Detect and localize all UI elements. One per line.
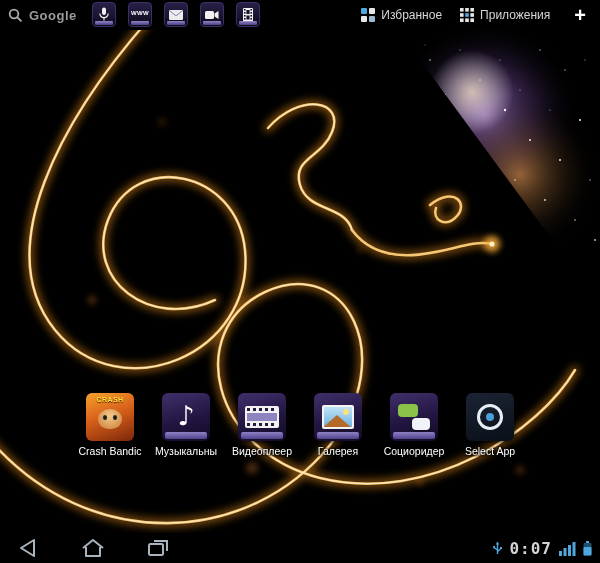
crash-icon-text: CRASH bbox=[86, 396, 134, 403]
browser-shortcut[interactable]: WWW bbox=[128, 2, 152, 27]
music-note-icon: ♪ bbox=[177, 402, 194, 429]
status-area[interactable]: 0:07 bbox=[493, 533, 592, 563]
app-shortcut-video-player[interactable]: Видеоплеер bbox=[227, 393, 297, 457]
all-apps-button[interactable]: Приложения bbox=[460, 8, 550, 22]
gallery-icon bbox=[314, 393, 362, 441]
status-clock: 0:07 bbox=[509, 539, 552, 558]
app-shortcut-crash-bandicoot[interactable]: CRASH Crash Bandic bbox=[75, 393, 145, 457]
home-icon bbox=[80, 538, 106, 558]
film-strip-icon bbox=[243, 8, 253, 22]
top-bar: Google WWW bbox=[0, 0, 600, 30]
add-widget-button[interactable]: + bbox=[568, 5, 592, 25]
signal-strength-icon bbox=[559, 541, 576, 556]
app-label: Видеоплеер bbox=[232, 445, 292, 457]
camera-shortcut[interactable] bbox=[200, 2, 224, 27]
microphone-icon bbox=[98, 7, 110, 22]
home-button[interactable] bbox=[80, 538, 106, 558]
crash-bandicoot-icon: CRASH bbox=[86, 393, 134, 441]
app-label: Crash Bandic bbox=[78, 445, 141, 457]
app-label: Музыкальны bbox=[155, 445, 217, 457]
ring-icon bbox=[477, 404, 503, 430]
google-search-button[interactable]: Google bbox=[8, 8, 77, 23]
usb-icon bbox=[493, 541, 502, 555]
app-shortcut-social-reader[interactable]: Социоридер bbox=[379, 393, 449, 457]
crash-face-art bbox=[98, 409, 122, 429]
home-app-row: CRASH Crash Bandic ♪ Музыкальны bbox=[0, 393, 600, 457]
back-icon bbox=[14, 538, 40, 558]
music-player-icon: ♪ bbox=[162, 393, 210, 441]
app-label: Галерея bbox=[318, 445, 358, 457]
search-icon bbox=[8, 8, 23, 23]
chat-bubbles-icon bbox=[398, 404, 430, 430]
favorites-label: Избранное bbox=[381, 8, 442, 22]
movies-shortcut[interactable] bbox=[236, 2, 260, 27]
android-home-screen: Google WWW bbox=[0, 0, 600, 563]
email-shortcut[interactable] bbox=[164, 2, 188, 27]
voice-search-shortcut[interactable] bbox=[92, 2, 116, 27]
apps-label: Приложения bbox=[480, 8, 550, 22]
app-label: Социоридер bbox=[384, 445, 445, 457]
envelope-icon bbox=[169, 10, 183, 20]
favorites-button[interactable]: Избранное bbox=[361, 8, 442, 22]
recent-apps-button[interactable] bbox=[146, 538, 172, 558]
favorites-grid-icon bbox=[361, 8, 375, 22]
top-shortcut-row: WWW bbox=[92, 2, 260, 27]
wallpaper bbox=[0, 0, 600, 563]
top-right-actions: Избранное Приложения + bbox=[361, 0, 592, 30]
app-label: Select App bbox=[465, 445, 515, 457]
app-shortcut-music-player[interactable]: ♪ Музыкальны bbox=[151, 393, 221, 457]
battery-icon bbox=[583, 541, 592, 556]
www-globe-icon: WWW bbox=[131, 10, 149, 16]
system-bar: 0:07 bbox=[0, 533, 600, 563]
app-shortcut-select-app[interactable]: Select App bbox=[455, 393, 525, 457]
apps-grid-icon bbox=[460, 8, 474, 22]
back-button[interactable] bbox=[14, 538, 40, 558]
film-strip-icon bbox=[245, 406, 279, 428]
google-label: Google bbox=[29, 8, 77, 23]
social-reader-icon bbox=[390, 393, 438, 441]
nav-keys bbox=[14, 538, 172, 558]
app-shortcut-gallery[interactable]: Галерея bbox=[303, 393, 373, 457]
camcorder-icon bbox=[205, 10, 219, 20]
select-app-icon bbox=[466, 393, 514, 441]
photo-icon bbox=[322, 405, 354, 429]
recent-apps-icon bbox=[146, 538, 172, 558]
video-player-icon bbox=[238, 393, 286, 441]
